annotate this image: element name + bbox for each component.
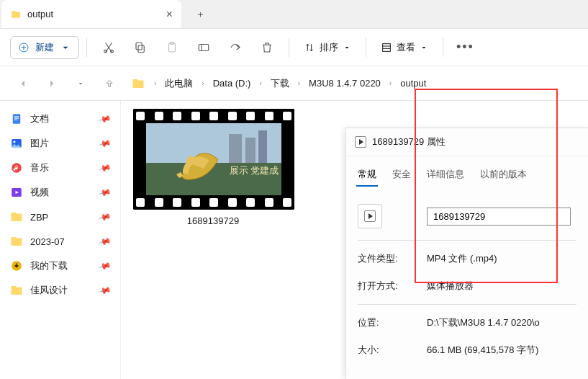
filename-input[interactable]: [427, 208, 571, 226]
sidebar-item-zbp[interactable]: ZBP📌: [4, 205, 116, 229]
file-item[interactable]: 展示 党建成 1689139729: [132, 108, 294, 233]
svg-rect-11: [14, 118, 19, 119]
chevron-right-icon[interactable]: ›: [199, 79, 207, 87]
crumb-drive[interactable]: Data (D:): [210, 75, 254, 92]
chevron-right-icon[interactable]: ›: [295, 79, 303, 87]
rename-button[interactable]: [189, 35, 218, 61]
chevron-right-icon[interactable]: ›: [256, 79, 264, 87]
prop-label-openwith: 打开方式:: [358, 280, 427, 293]
new-button[interactable]: 新建: [10, 36, 79, 59]
view-button[interactable]: 查看: [374, 37, 435, 58]
download-icon: [10, 259, 23, 272]
video-file-icon: [355, 136, 366, 148]
copy-icon: [134, 41, 147, 54]
breadcrumb[interactable]: › 此电脑 › Data (D:) › 下载 › M3U8 1.4.7 0220…: [131, 74, 578, 93]
cut-button[interactable]: [94, 35, 123, 61]
share-button[interactable]: [221, 35, 250, 61]
pin-icon: 📌: [98, 136, 112, 151]
cut-icon: [102, 41, 115, 54]
tab-output[interactable]: output ×: [1, 0, 181, 28]
folder-icon: [131, 77, 145, 90]
folder-icon: [10, 210, 23, 223]
document-icon: [10, 112, 23, 125]
tab-bar: output × ＋: [0, 0, 588, 29]
svg-point-14: [14, 141, 16, 143]
dialog-title: 1689139729 属性: [372, 135, 445, 148]
properties-dialog: 1689139729 属性 常规 安全 详细信息 以前的版本 文件类型:MP4 …: [345, 128, 588, 379]
sort-button[interactable]: 排序: [297, 37, 358, 58]
copy-button[interactable]: [126, 35, 155, 61]
crumb-m3u8[interactable]: M3U8 1.4.7 0220: [306, 75, 384, 92]
history-dropdown[interactable]: [68, 71, 94, 97]
view-icon: [381, 42, 392, 53]
plus-icon: [18, 42, 30, 53]
divider: [366, 38, 366, 57]
svg-text:展示 党建成: 展示 党建成: [230, 165, 279, 176]
svg-rect-22: [258, 130, 267, 163]
trash-icon: [261, 41, 273, 54]
file-type-icon: [358, 204, 382, 228]
view-label: 查看: [397, 41, 415, 54]
tab-title: output: [27, 9, 53, 19]
sidebar-item-label: 佳风设计: [30, 284, 68, 297]
picture-icon: [10, 137, 23, 150]
prop-value-location: D:\下载\M3U8 1.4.7 0220\o: [427, 316, 540, 329]
pin-icon: 📌: [98, 234, 112, 249]
pin-icon: 📌: [98, 112, 112, 126]
sidebar-item-jiafeng[interactable]: 佳风设计📌: [4, 278, 116, 303]
crumb-output[interactable]: output: [397, 75, 429, 92]
video-icon: [10, 186, 23, 199]
tab-security[interactable]: 安全: [391, 164, 412, 187]
crumb-downloads[interactable]: 下载: [268, 74, 292, 93]
svg-rect-12: [14, 120, 17, 120]
prop-value-size: 66.1 MB (69,415,578 字节): [427, 344, 538, 357]
sidebar-item-mydownloads[interactable]: 我的下载📌: [4, 254, 116, 278]
share-icon: [229, 41, 242, 54]
crumb-pc[interactable]: 此电脑: [162, 74, 196, 93]
tab-details[interactable]: 详细信息: [425, 164, 466, 187]
properties-tabs: 常规 安全 详细信息 以前的版本: [346, 156, 588, 187]
svg-rect-21: [245, 138, 255, 163]
sidebar-item-label: ZBP: [30, 212, 48, 223]
dialog-titlebar[interactable]: 1689139729 属性: [346, 128, 588, 156]
sidebar-item-label: 图片: [30, 137, 49, 150]
sidebar-item-label: 视频: [30, 186, 49, 199]
more-button[interactable]: •••: [451, 40, 480, 55]
sidebar-item-label: 文档: [30, 112, 49, 125]
sidebar-item-label: 音乐: [30, 161, 49, 174]
chevron-down-icon: [420, 43, 428, 52]
tab-previous-versions[interactable]: 以前的版本: [479, 164, 528, 187]
pin-icon: 📌: [98, 185, 112, 200]
sidebar-item-label: 2023-07: [30, 236, 65, 247]
sidebar-item-videos[interactable]: 视频📌: [4, 180, 116, 205]
pin-icon: 📌: [98, 259, 112, 273]
file-name: 1689139729: [133, 210, 293, 232]
divider: [443, 38, 443, 57]
svg-rect-10: [14, 116, 19, 117]
close-icon[interactable]: ×: [166, 8, 173, 21]
forward-button[interactable]: [39, 71, 65, 97]
music-icon: [10, 161, 23, 174]
folder-icon: [10, 284, 23, 297]
paste-button[interactable]: [158, 35, 186, 61]
sidebar-item-2023-07[interactable]: 2023-07📌: [4, 229, 116, 254]
pin-icon: 📌: [98, 283, 112, 298]
sidebar-item-music[interactable]: 音乐📌: [4, 156, 116, 180]
chevron-down-icon: [343, 43, 351, 52]
sidebar-item-pictures[interactable]: 图片📌: [4, 131, 116, 156]
chevron-right-icon[interactable]: ›: [151, 79, 159, 87]
prop-label-size: 大小:: [358, 344, 427, 357]
sort-icon: [304, 42, 315, 53]
pin-icon: 📌: [98, 210, 112, 224]
up-button[interactable]: [96, 71, 122, 97]
prop-value-openwith: 媒体播放器: [427, 280, 474, 293]
chevron-down-icon: [60, 42, 71, 53]
add-tab-button[interactable]: ＋: [187, 1, 213, 27]
paste-icon: [166, 41, 178, 54]
delete-button[interactable]: [253, 35, 281, 61]
tab-general[interactable]: 常规: [356, 164, 378, 187]
sidebar-item-documents[interactable]: 文档📌: [4, 107, 116, 131]
divider: [86, 38, 87, 57]
back-button[interactable]: [10, 71, 36, 97]
chevron-right-icon[interactable]: ›: [386, 79, 394, 87]
